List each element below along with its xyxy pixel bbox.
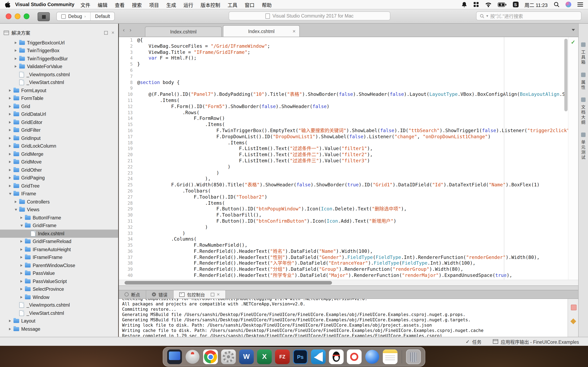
spotlight-icon[interactable] — [554, 2, 559, 7]
tree-item-IFrameIFrame[interactable]: IFrameIFrame — [0, 253, 118, 261]
tree-item-ParentWindowClose[interactable]: ParentWindowClose — [0, 261, 118, 269]
tree-item-GridDataUrl[interactable]: GridDataUrl — [0, 110, 118, 118]
chevron-collapsed-icon[interactable] — [20, 240, 25, 243]
chevron-collapsed-icon[interactable] — [9, 89, 13, 92]
stop-process-icon[interactable] — [571, 305, 577, 310]
menubar-item[interactable]: 编辑 — [94, 1, 111, 8]
editor-tab[interactable]: Index.cshtml — [223, 25, 300, 37]
tree-item-_ViewImports.cshtml[interactable]: _ViewImports.cshtml — [0, 71, 118, 78]
chrome-icon[interactable] — [203, 350, 218, 364]
tree-item-IFrame[interactable]: IFrame — [0, 190, 118, 198]
editor-horizontal-scrollbar[interactable] — [119, 280, 578, 285]
editor-tab[interactable]: Index.cshtml — [145, 26, 222, 37]
tree-item-_ViewImports.cshtml[interactable]: _ViewImports.cshtml — [0, 301, 118, 309]
zoom-window-button[interactable] — [24, 13, 29, 19]
close-pad-icon[interactable] — [112, 30, 114, 35]
music-icon[interactable] — [347, 350, 362, 364]
wifi-icon[interactable] — [485, 2, 492, 7]
tree-item-Index.cshtml[interactable]: Index.cshtml — [0, 230, 118, 238]
global-search-input[interactable]: ▾ 按"⌘."进行搜索 — [476, 11, 581, 20]
chevron-collapsed-icon[interactable] — [15, 201, 19, 203]
run-config-dropdown[interactable]: Debug › — [57, 12, 90, 20]
input-grid-icon[interactable] — [473, 2, 479, 7]
filezilla-icon[interactable] — [275, 350, 290, 364]
tree-item-GridFilter[interactable]: GridFilter — [0, 126, 118, 134]
chevron-collapsed-icon[interactable] — [9, 161, 13, 163]
notifications-icon[interactable] — [461, 2, 467, 7]
meeting-icon[interactable] — [365, 350, 380, 364]
menubar-item[interactable]: 项目 — [145, 1, 163, 8]
screen-share-icon[interactable] — [167, 350, 182, 364]
active-app-name[interactable]: Visual Studio Community — [15, 2, 74, 7]
chevron-collapsed-icon[interactable] — [20, 296, 25, 299]
chevron-collapsed-icon[interactable] — [15, 50, 19, 52]
chevron-collapsed-icon[interactable] — [9, 137, 13, 140]
navigate-back-button[interactable]: ‹ — [123, 27, 125, 33]
excel-icon[interactable] — [257, 350, 272, 364]
chevron-collapsed-icon[interactable] — [20, 217, 25, 219]
chevron-collapsed-icon[interactable] — [9, 328, 13, 330]
tree-item-TwinTriggerBox[interactable]: TwinTriggerBox — [0, 47, 118, 55]
vscode-icon[interactable] — [311, 350, 326, 364]
close-tab-icon[interactable] — [293, 29, 296, 34]
chevron-collapsed-icon[interactable] — [9, 145, 13, 147]
tab-overflow-button[interactable] — [572, 29, 575, 31]
tree-item-_ViewStart.cshtml[interactable]: _ViewStart.cshtml — [0, 309, 118, 317]
chevron-collapsed-icon[interactable] — [15, 66, 19, 68]
menubar-item[interactable]: 工具 — [224, 1, 241, 8]
pad-tab-文档大纲[interactable]: 文档大纲 — [579, 94, 588, 129]
chevron-expanded-icon[interactable] — [20, 225, 25, 227]
system-preferences-icon[interactable] — [221, 350, 236, 364]
pad-tab-单元测试[interactable]: 单元测试 — [579, 129, 588, 164]
chevron-collapsed-icon[interactable] — [9, 97, 13, 100]
close-panel-icon[interactable] — [217, 292, 220, 297]
package-console-output[interactable]: Checking compatibility for Microsoft.Ide… — [119, 299, 568, 337]
application-output-status-item[interactable]: 应用程序输出 - FineUICore.Examples — [493, 338, 579, 345]
dock-pad-icon[interactable] — [104, 31, 108, 34]
tree-item-GridOther[interactable]: GridOther — [0, 166, 118, 174]
stop-button[interactable] — [38, 12, 50, 21]
tree-item-FormLayout[interactable]: FormLayout — [0, 86, 118, 94]
tree-item-TwinTriggerBoxBlur[interactable]: TwinTriggerBoxBlur — [0, 55, 118, 63]
minimize-window-button[interactable] — [15, 13, 20, 19]
panel-splitter[interactable] — [119, 285, 578, 290]
menubar-item[interactable]: 搜索 — [128, 1, 145, 8]
launchpad-icon[interactable] — [185, 350, 200, 364]
pad-tab-工具箱[interactable]: 工具箱 — [579, 39, 588, 69]
tree-item-_ViewStart.cshtml[interactable]: _ViewStart.cshtml — [0, 78, 118, 86]
horizontal-scroll-thumb[interactable] — [125, 281, 332, 285]
chevron-collapsed-icon[interactable] — [9, 177, 13, 179]
chevron-collapsed-icon[interactable] — [20, 288, 25, 291]
navigate-forward-button[interactable]: › — [130, 27, 131, 33]
tree-item-TriggerBoxIconUrl[interactable]: TriggerBoxIconUrl — [0, 39, 118, 47]
menubar-item[interactable]: 文件 — [77, 1, 94, 8]
tree-item-GridTree[interactable]: GridTree — [0, 182, 118, 190]
chevron-collapsed-icon[interactable] — [20, 272, 25, 275]
tree-item-IFrameAutoHeight[interactable]: IFrameAutoHeight — [0, 245, 118, 253]
menubar-clock[interactable]: 周二 11:23 — [525, 1, 548, 8]
bottom-tab-错误[interactable]: 错误 — [146, 290, 173, 299]
menubar-item[interactable]: 帮助 — [258, 1, 276, 8]
photoshop-icon[interactable] — [293, 350, 308, 364]
chevron-collapsed-icon[interactable] — [15, 58, 19, 60]
chevron-expanded-icon[interactable] — [15, 209, 19, 211]
chevron-collapsed-icon[interactable] — [20, 280, 25, 283]
chevron-collapsed-icon[interactable] — [20, 264, 25, 267]
apple-menu-icon[interactable] — [5, 1, 10, 8]
siri-icon[interactable] — [566, 2, 571, 7]
chevron-collapsed-icon[interactable] — [9, 169, 13, 171]
tree-item-GridIFrame[interactable]: GridIFrame — [0, 222, 118, 230]
tree-item-ButtonIFrame[interactable]: ButtonIFrame — [0, 214, 118, 222]
menubar-item[interactable]: 版本控制 — [197, 1, 224, 8]
pad-tab-属性[interactable]: 属性 — [579, 69, 588, 94]
tree-item-GridMove[interactable]: GridMove — [0, 158, 118, 166]
tree-item-Grid[interactable]: Grid — [0, 102, 118, 110]
close-window-button[interactable] — [6, 13, 11, 19]
chevron-collapsed-icon[interactable] — [9, 113, 13, 116]
tree-item-PassValueScript[interactable]: PassValueScript — [0, 277, 118, 285]
run-target-dropdown[interactable]: Default — [90, 12, 114, 20]
trash-icon[interactable] — [406, 350, 421, 364]
tree-item-Views[interactable]: Views — [0, 206, 118, 214]
menubar-item[interactable]: 窗口 — [241, 1, 258, 8]
tree-item-Window[interactable]: Window — [0, 293, 118, 301]
